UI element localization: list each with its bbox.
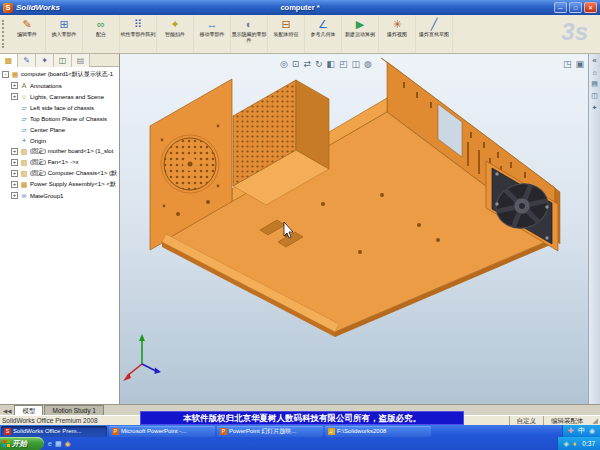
task-button[interactable]: ▱ F:\Solidworks2008 xyxy=(325,426,431,437)
bottom-tab[interactable]: Motion Study 1 xyxy=(44,405,103,415)
tree-expander-icon[interactable]: - xyxy=(2,71,9,78)
show-desktop-icon[interactable]: ▦ xyxy=(55,440,62,448)
tree-item-label: computer (board1<默认显示状态-1 xyxy=(21,70,113,79)
tree-item[interactable]: + ▧ (固定) mother board<1> (1_slot xyxy=(0,146,119,157)
assembly-toolbar: ✎ 编辑零件 ⊞ 插入零部件 ∞ 配合 ⠿ 线性零部件阵列 ✦ 智能扣件 ↔ 移… xyxy=(0,15,600,54)
toolbar-button[interactable]: ✦ 智能扣件 xyxy=(157,15,194,53)
vent-grill xyxy=(161,135,219,193)
file-explorer-icon[interactable]: ◫ xyxy=(591,92,598,100)
solidworks-window: S SolidWorks computer * ─ □ ✕ ✎ 编辑零件 ⊞ 插… xyxy=(0,0,600,450)
taskbar-bottom-row: 开始 e▦◉ ◈♦ 0:37 xyxy=(0,437,600,450)
tree-item[interactable]: ▱ Center Plane xyxy=(0,124,119,135)
quick-launch-bar: e▦◉ xyxy=(48,440,71,448)
taskpane-collapse-icon[interactable]: « xyxy=(592,56,596,65)
displaymanager-tab-icon[interactable]: ▤ xyxy=(72,54,90,67)
taskpane-icons: ⌂▤◫✦ xyxy=(591,69,598,112)
toolbar-button[interactable]: ∠ 参考几何体 xyxy=(305,15,342,53)
safety-tray-icon[interactable]: ◈ xyxy=(563,438,568,450)
task-button-label: F:\Solidworks2008 xyxy=(337,428,386,434)
tree-item[interactable]: + ▧ (固定) Fan<1> ->x xyxy=(0,157,119,168)
ime-icon[interactable]: 中 xyxy=(578,425,585,437)
tree-item[interactable]: - ▦ computer (board1<默认显示状态-1 xyxy=(0,69,119,80)
ie-quicklaunch-icon[interactable]: e xyxy=(48,440,52,447)
toolbar-button[interactable]: ▶ 新建运动算例 xyxy=(342,15,379,53)
tree-item[interactable]: ▱ Top Bottom Plane of Chassis xyxy=(0,113,119,124)
system-tray-top: ✚中◉ xyxy=(562,425,600,437)
zoom-area-icon[interactable]: ⊡ xyxy=(292,59,300,69)
tree-item[interactable]: + ∞ MateGroup1 xyxy=(0,190,119,201)
viewport-settings-icon[interactable]: ▣ xyxy=(575,59,584,69)
rotate-view-icon[interactable]: ↻ xyxy=(315,59,323,69)
toolbar-button[interactable]: ⠿ 线性零部件阵列 xyxy=(120,15,157,53)
previous-view-icon[interactable]: ◳ xyxy=(563,59,572,69)
tree-item[interactable]: + A Annotations xyxy=(0,80,119,91)
title-bar[interactable]: S SolidWorks computer * ─ □ ✕ xyxy=(0,0,600,15)
toolbar-button-label: 编辑零件 xyxy=(9,32,45,38)
close-button[interactable]: ✕ xyxy=(584,2,597,13)
bottom-tab[interactable]: 模型 xyxy=(14,405,43,415)
tab-scroll-arrows[interactable]: ◀◀ xyxy=(3,408,11,414)
section-view-icon[interactable]: ◧ xyxy=(327,59,336,69)
tree-item[interactable]: + ▩ Power Supply Assembly<1> <默 xyxy=(0,179,119,190)
display-style-icon[interactable]: ◫ xyxy=(352,59,361,69)
design-library-icon[interactable]: ▤ xyxy=(591,80,598,88)
maximize-button[interactable]: □ xyxy=(569,2,582,13)
task-button-label: PowerPoint 幻灯片放映... xyxy=(229,427,296,436)
featuremanager-tab-icon[interactable]: ▦ xyxy=(0,54,18,67)
graphics-viewport[interactable]: ◎⊡⇄↻◧◰◫◍ ◳▣ xyxy=(120,54,588,404)
tree-expander-icon[interactable]: + xyxy=(11,192,18,199)
sw-resources-icon[interactable]: ⌂ xyxy=(592,69,596,76)
windows-flag-icon xyxy=(3,440,10,447)
toolbar-button[interactable]: ✎ 编辑零件 xyxy=(9,15,46,53)
tree-item-label: Top Bottom Plane of Chassis xyxy=(30,116,107,122)
annotations-icon: A xyxy=(20,81,28,90)
tree-expander-icon[interactable]: + xyxy=(11,82,18,89)
tree-item[interactable]: ▱ Left side face of chassis xyxy=(0,102,119,113)
toolbar-button[interactable]: ╱ 爆炸直线草图 xyxy=(416,15,453,53)
tree-item[interactable]: + Origin xyxy=(0,135,119,146)
start-button[interactable]: 开始 xyxy=(0,437,44,450)
feature-tree: - ▦ computer (board1<默认显示状态-1 + A Annota… xyxy=(0,67,119,404)
tree-item-label: Center Plane xyxy=(30,127,65,133)
toolbar-button[interactable]: ✳ 爆炸视图 xyxy=(379,15,416,53)
configurationmanager-tab-icon[interactable]: ✦ xyxy=(36,54,54,67)
toolbar-button[interactable]: ↔ 移动零部件 xyxy=(194,15,231,53)
toolbar-button[interactable]: ◐ 显示隐藏的零部件 xyxy=(231,15,268,53)
tree-expander-icon[interactable]: + xyxy=(11,181,18,188)
tree-item[interactable]: + ☼ Lights, Cameras and Scene xyxy=(0,91,119,102)
toolbar-button[interactable]: ∞ 配合 xyxy=(83,15,120,53)
update-tray-icon[interactable]: ♦ xyxy=(573,438,577,450)
antivirus-tray-icon[interactable]: ✚ xyxy=(568,425,574,437)
dimxpertmanager-tab-icon[interactable]: ◫ xyxy=(54,54,72,67)
toolbar-button-label: 爆炸视图 xyxy=(379,32,415,38)
task-button[interactable]: S SolidWorks Office Prem... xyxy=(1,426,107,437)
taskbar-clock: 0:37 xyxy=(582,440,595,447)
subassembly-icon: ▩ xyxy=(20,180,28,189)
minimize-button[interactable]: ─ xyxy=(554,2,567,13)
task-button[interactable]: P PowerPoint 幻灯片放映... xyxy=(217,426,323,437)
toolbar-button[interactable]: ⊟ 装配体特征 xyxy=(268,15,305,53)
appearance-icon[interactable]: ◍ xyxy=(364,59,372,69)
system-tray-bottom: ◈♦ 0:37 xyxy=(557,437,600,450)
zoom-fit-icon[interactable]: ◎ xyxy=(280,59,288,69)
task-button[interactable]: P Microsoft PowerPoint -... xyxy=(109,426,215,437)
model-3d-chassis[interactable] xyxy=(120,54,587,404)
view-orientation-icon[interactable]: ◰ xyxy=(339,59,348,69)
propertymanager-tab-icon[interactable]: ✎ xyxy=(18,54,36,67)
tree-item[interactable]: + ▧ (固定) Computer Chassis<1> (默 xyxy=(0,168,119,179)
toolbar-grip[interactable] xyxy=(2,20,7,48)
tree-expander-icon[interactable]: + xyxy=(11,93,18,100)
volume-tray-icon[interactable]: ◉ xyxy=(589,425,595,437)
part-icon: ▧ xyxy=(20,147,28,156)
tree-expander-icon[interactable]: + xyxy=(11,170,18,177)
tree-expander-icon[interactable]: + xyxy=(11,148,18,155)
tree-expander-icon[interactable]: + xyxy=(11,159,18,166)
media-player-icon[interactable]: ◉ xyxy=(65,440,71,448)
pan-icon[interactable]: ⇄ xyxy=(303,59,311,69)
toolbar-items: ✎ 编辑零件 ⊞ 插入零部件 ∞ 配合 ⠿ 线性零部件阵列 ✦ 智能扣件 ↔ 移… xyxy=(9,15,453,53)
slideshow-task-icon: P xyxy=(220,428,227,435)
toolbar-button-label: 配合 xyxy=(83,32,119,38)
appearances-scenes-icon[interactable]: ✦ xyxy=(592,104,598,112)
main-region: ▦✎✦◫▤ - ▦ computer (board1<默认显示状态-1 + A … xyxy=(0,54,600,404)
toolbar-button[interactable]: ⊞ 插入零部件 xyxy=(46,15,83,53)
